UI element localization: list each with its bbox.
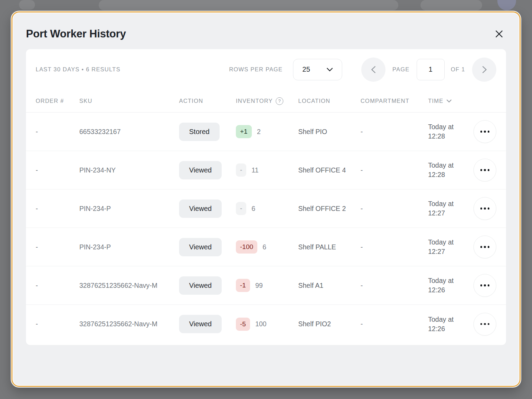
action-badge: Viewed (179, 161, 222, 179)
inventory-cell: -100 6 (236, 240, 298, 254)
order-cell: - (36, 166, 79, 174)
table-row: - PIN-234-NY Viewed - 11 Shelf OFFICE 4 … (26, 151, 506, 189)
table-row: - 32876251235662-Navy-M Viewed -1 99 She… (26, 266, 506, 305)
inventory-cell: - 11 (236, 163, 298, 177)
column-sku[interactable]: SKU (79, 98, 179, 104)
order-cell: - (36, 282, 79, 290)
table-row: - 66533232167 Stored +1 2 Shelf PIO - To… (26, 113, 506, 151)
ellipsis-icon (480, 169, 482, 171)
order-cell: - (36, 320, 79, 328)
action-cell: Viewed (179, 200, 236, 218)
row-actions-button[interactable] (473, 274, 496, 297)
location-cell: Shelf OFFICE 4 (298, 166, 361, 174)
column-action[interactable]: ACTION (179, 98, 236, 104)
toolbar-controls: ROWS PER PAGE 25 PAGE OF 1 (229, 57, 496, 82)
inventory-delta-badge: +1 (236, 125, 252, 138)
action-cell: Stored (179, 123, 236, 141)
inventory-delta-badge: -100 (236, 240, 257, 254)
time-cell: Today at 12:26 (428, 315, 470, 334)
row-menu-cell (470, 120, 496, 143)
action-badge: Viewed (179, 276, 222, 295)
inventory-quantity: 11 (251, 166, 258, 174)
page-total-label: OF 1 (451, 66, 465, 73)
compartment-cell: - (361, 282, 428, 290)
inventory-cell: - 6 (236, 202, 298, 215)
time-cell: Today at 12:28 (428, 161, 470, 179)
action-cell: Viewed (179, 315, 236, 333)
location-cell: Shelf PIO (298, 128, 361, 136)
row-actions-button[interactable] (473, 313, 496, 336)
close-icon (494, 29, 504, 39)
column-time[interactable]: TIME (428, 98, 470, 104)
action-cell: Viewed (179, 238, 236, 256)
row-menu-cell (470, 159, 496, 181)
action-badge: Viewed (179, 200, 222, 218)
compartment-cell: - (361, 166, 428, 174)
modal-header: Port Worker History (26, 21, 506, 46)
inventory-cell: -1 99 (236, 279, 298, 292)
column-order[interactable]: ORDER # (36, 98, 79, 104)
rows-per-page-label: ROWS PER PAGE (229, 66, 283, 73)
background-toolbar-button (420, 0, 482, 10)
inventory-delta-badge: - (236, 202, 246, 215)
location-cell: Shelf A1 (298, 282, 361, 290)
row-menu-cell (470, 197, 496, 220)
sku-cell: PIN-234-P (79, 243, 179, 251)
sku-cell: 66533232167 (79, 128, 179, 136)
inventory-quantity: 2 (257, 128, 261, 136)
chevron-down-icon (327, 68, 333, 71)
page-title: Port Worker History (26, 28, 126, 40)
inventory-quantity: 99 (255, 282, 263, 290)
compartment-cell: - (361, 320, 428, 328)
column-time-label: TIME (428, 98, 443, 104)
inventory-delta-badge: -5 (236, 318, 250, 331)
row-actions-button[interactable] (473, 197, 496, 220)
column-inventory-label: INVENTORY (236, 98, 273, 104)
close-button[interactable] (492, 27, 506, 41)
column-compartment[interactable]: COMPARTMENT (361, 98, 428, 104)
row-actions-button[interactable] (473, 236, 496, 258)
time-cell: Today at 12:27 (428, 199, 470, 218)
ellipsis-icon (480, 246, 482, 248)
row-actions-button[interactable] (473, 159, 496, 181)
inventory-quantity: 100 (255, 320, 267, 328)
order-cell: - (36, 128, 79, 136)
ellipsis-icon (480, 323, 482, 325)
location-cell: Shelf OFFICE 2 (298, 205, 361, 213)
action-badge: Viewed (179, 315, 222, 333)
column-inventory[interactable]: INVENTORY ? (236, 97, 298, 105)
inventory-quantity: 6 (263, 243, 266, 251)
action-cell: Viewed (179, 276, 236, 295)
location-cell: Shelf PIO2 (298, 320, 361, 328)
results-panel: LAST 30 DAYS • 6 RESULTS ROWS PER PAGE 2… (26, 49, 506, 345)
time-cell: Today at 12:26 (428, 276, 470, 295)
sku-cell: PIN-234-NY (79, 166, 179, 174)
ellipsis-icon (480, 284, 482, 286)
help-icon[interactable]: ? (276, 97, 283, 105)
rows-per-page-select[interactable]: 25 (293, 59, 342, 80)
sku-cell: PIN-234-P (79, 205, 179, 213)
next-page-button[interactable] (472, 57, 496, 82)
results-summary: LAST 30 DAYS • 6 RESULTS (36, 66, 121, 73)
inventory-delta-badge: -1 (236, 279, 250, 292)
row-menu-cell (470, 313, 496, 336)
ellipsis-icon (480, 131, 482, 133)
pagination: PAGE OF 1 (361, 57, 496, 82)
row-menu-cell (470, 274, 496, 297)
compartment-cell: - (361, 243, 428, 251)
background-nav-button (19, 0, 35, 10)
time-cell: Today at 12:28 (428, 122, 470, 141)
row-actions-button[interactable] (473, 120, 496, 143)
page-number-input[interactable] (417, 59, 445, 80)
table-row: - 32876251235662-Navy-M Viewed -5 100 Sh… (26, 305, 506, 343)
table-row: - PIN-234-P Viewed - 6 Shelf OFFICE 2 - … (26, 189, 506, 228)
inventory-quantity: 6 (251, 205, 255, 213)
order-cell: - (36, 205, 79, 213)
compartment-cell: - (361, 205, 428, 213)
previous-page-button[interactable] (361, 57, 385, 82)
compartment-cell: - (361, 128, 428, 136)
table-body: - 66533232167 Stored +1 2 Shelf PIO - To… (26, 113, 506, 343)
column-location[interactable]: LOCATION (298, 98, 361, 104)
location-cell: Shelf PALLE (298, 243, 361, 251)
background-avatar (497, 0, 516, 10)
